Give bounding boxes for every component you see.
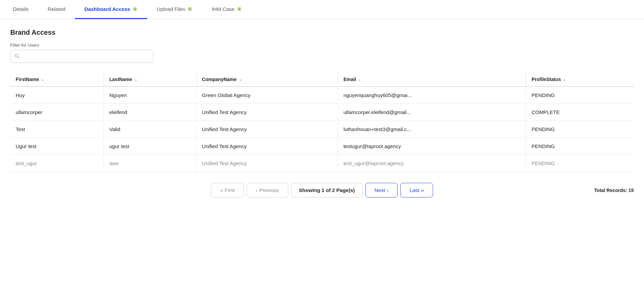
first-button[interactable]: « First: [211, 183, 244, 197]
col-header-firstname[interactable]: FirstName ⌄: [10, 73, 104, 86]
sort-icon-lastname: ⌄: [134, 77, 137, 82]
tab-details-label: Details: [13, 6, 29, 12]
upload-files-icon: ✳️: [187, 6, 193, 12]
table-row: TestValidUnified Test Agencyluthanhxuan+…: [10, 121, 634, 138]
ihm-case-icon: ✳️: [236, 6, 242, 12]
previous-button[interactable]: ‹ Previous: [247, 183, 288, 197]
sort-icon-profilestatus: ⌄: [563, 77, 566, 82]
main-content: Brand Access Filter for Users FirstName …: [0, 19, 644, 204]
last-icon: »: [421, 187, 424, 193]
cell-firstname: Ugur test: [10, 138, 104, 155]
cell-lastname: ugur test: [104, 138, 196, 155]
table-row: test_uguraweUnified Test Agencytest_ugur…: [10, 155, 634, 172]
cell-email: testugur@taproot.agency: [338, 138, 526, 155]
cell-firstname: test_ugur: [10, 155, 104, 172]
cell-profilestatus: PENDING: [526, 121, 634, 138]
tab-related[interactable]: Related: [38, 0, 75, 19]
table-row: Ugur testugur testUnified Test Agencytes…: [10, 138, 634, 155]
col-header-lastname[interactable]: LastName ⌄: [104, 73, 196, 86]
cell-email: test_ugur@taproot.agency: [338, 155, 526, 172]
table-body: HuyNguyenGreen Global Agencynguyenquangh…: [10, 86, 634, 172]
cell-lastname: Valid: [104, 121, 196, 138]
section-title: Brand Access: [10, 29, 634, 36]
cell-profilestatus: PENDING: [526, 138, 634, 155]
search-input[interactable]: [10, 50, 153, 63]
page-info: Showing 1 of 2 Page(s): [291, 183, 363, 197]
tab-bar: Details Related Dashboard Access ✳️ Uplo…: [0, 0, 644, 19]
table-row: HuyNguyenGreen Global Agencynguyenquangh…: [10, 86, 634, 104]
cell-firstname: Huy: [10, 86, 104, 104]
search-wrapper: [10, 50, 153, 63]
cell-lastname: awe: [104, 155, 196, 172]
table-header: FirstName ⌄ LastName ⌄ CompanyName ⌄: [10, 73, 634, 86]
tab-upload-files[interactable]: Upload Files ✳️: [147, 0, 202, 19]
col-header-companyname[interactable]: CompanyName ⌄: [196, 73, 338, 86]
tab-dashboard-access-label: Dashboard Access: [85, 6, 131, 12]
tab-ihm-case[interactable]: IHM Case ✳️: [202, 0, 251, 19]
previous-icon: ‹: [256, 187, 258, 193]
cell-firstname: ullamcorper: [10, 104, 104, 121]
sort-icon-companyname: ⌄: [239, 77, 242, 82]
cell-lastname: eleifend: [104, 104, 196, 121]
cell-companyname: Unified Test Agency: [196, 155, 338, 172]
cell-companyname: Unified Test Agency: [196, 121, 338, 138]
table-row: ullamcorpereleifendUnified Test Agencyul…: [10, 104, 634, 121]
data-table: FirstName ⌄ LastName ⌄ CompanyName ⌄: [10, 73, 634, 172]
dashboard-access-icon: ✳️: [132, 6, 138, 12]
last-button[interactable]: Last »: [400, 183, 433, 197]
first-icon: «: [220, 187, 223, 193]
cell-companyname: Green Global Agency: [196, 86, 338, 104]
tab-related-label: Related: [48, 6, 65, 12]
col-header-profilestatus[interactable]: ProfileStatus ⌄: [526, 73, 634, 86]
total-records: Total Records: 15: [594, 188, 634, 193]
cell-companyname: Unified Test Agency: [196, 104, 338, 121]
next-button[interactable]: Next ›: [365, 183, 398, 197]
filter-label: Filter for Users: [10, 43, 634, 48]
tab-upload-files-label: Upload Files: [157, 6, 185, 12]
cell-lastname: Nguyen: [104, 86, 196, 104]
cell-email: luthanhxuan+test3@gmail.c...: [338, 121, 526, 138]
cell-profilestatus: PENDING: [526, 86, 634, 104]
tab-ihm-case-label: IHM Case: [212, 6, 234, 12]
cell-email: nguyenquanghuy605@gmai...: [338, 86, 526, 104]
cell-companyname: Unified Test Agency: [196, 138, 338, 155]
col-header-email[interactable]: Email ⌄: [338, 73, 526, 86]
tab-dashboard-access[interactable]: Dashboard Access ✳️: [75, 0, 148, 19]
cell-firstname: Test: [10, 121, 104, 138]
sort-icon-email: ⌄: [358, 77, 361, 82]
pagination-bar: « First ‹ Previous Showing 1 of 2 Page(s…: [10, 183, 634, 197]
cell-profilestatus: COMPLETE: [526, 104, 634, 121]
sort-icon-firstname: ⌄: [41, 77, 44, 82]
next-icon: ›: [387, 187, 388, 193]
cell-profilestatus: PENDING: [526, 155, 634, 172]
cell-email: ullamcorper.eleifend@gmail...: [338, 104, 526, 121]
tab-details[interactable]: Details: [3, 0, 38, 19]
